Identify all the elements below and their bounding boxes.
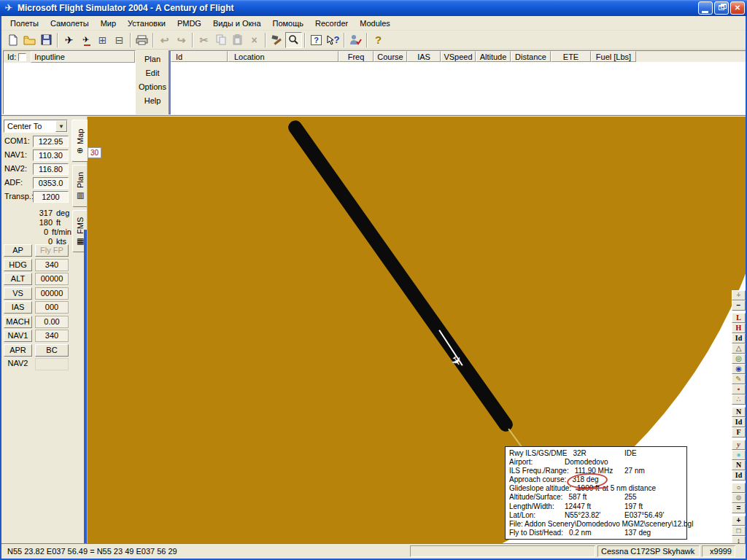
autopilot-value[interactable]: 340 <box>35 330 69 342</box>
table-column-header[interactable]: IAS <box>407 51 441 62</box>
table-column-header[interactable]: Distance <box>511 51 551 62</box>
view-tab[interactable]: ▤Plan <box>72 165 87 207</box>
airport-label-n-icon[interactable]: N <box>732 460 746 470</box>
autopilot-value[interactable]: 0.00 <box>35 316 69 328</box>
airway-id-icon[interactable]: Id <box>732 333 746 343</box>
table-column-header[interactable]: Course <box>374 51 407 62</box>
minimize-button[interactable] <box>698 1 713 15</box>
aircraft-center-icon[interactable]: + <box>732 516 746 526</box>
airplane-marker-button[interactable]: ✈ <box>77 32 94 48</box>
intersection-icon[interactable]: △ <box>732 343 746 354</box>
radio-frequency-field[interactable]: 1200 <box>33 191 69 203</box>
autopilot-value[interactable]: 340 <box>35 259 69 271</box>
map-canvas[interactable]: ✈ 30 Rwy ILS/GS/DME 32R IDE Airport: Dom… <box>88 117 746 543</box>
selection-rect-icon[interactable]: □ <box>732 526 746 536</box>
parallel-lines-icon[interactable]: = <box>732 503 746 513</box>
save-button[interactable] <box>38 32 55 48</box>
autopilot-value[interactable]: 00000 <box>35 273 69 285</box>
menu-item[interactable]: PMDG <box>171 18 207 29</box>
map-scrollbar[interactable] <box>84 230 87 543</box>
autopilot-value[interactable] <box>35 358 69 370</box>
table-column-header[interactable]: Fuel [Lbs] <box>591 51 636 62</box>
menu-item[interactable]: Самолеты <box>44 18 95 29</box>
high-airways-icon[interactable]: H <box>732 323 746 333</box>
vor-label-n-icon[interactable]: N <box>732 407 746 417</box>
open-folder-icon <box>23 35 36 45</box>
autopilot-button[interactable]: HDG <box>4 259 32 271</box>
vor-label-f-icon[interactable]: F <box>732 427 746 438</box>
window-plus-button[interactable]: ⊞ <box>94 32 111 48</box>
status-empty-panel <box>410 545 595 557</box>
table-column-header[interactable]: Id <box>171 51 228 62</box>
zoom-in-icon[interactable]: + <box>732 290 746 300</box>
menu-item[interactable]: Мир <box>95 18 122 29</box>
menu-item[interactable]: Виды и Окна <box>207 18 267 29</box>
autopilot-button[interactable]: NAV1 <box>4 330 32 342</box>
new-file-button[interactable] <box>4 32 21 48</box>
table-column-header[interactable]: ETE <box>551 51 591 62</box>
vor-icon[interactable]: ◎ <box>732 354 746 364</box>
autopilot-button[interactable]: MACH <box>4 316 32 328</box>
annotation-icon[interactable]: ⊚ <box>732 493 746 503</box>
hammer-tool-button[interactable] <box>268 32 285 48</box>
autopilot-value[interactable]: BC <box>35 344 69 357</box>
about-button[interactable]: ? <box>370 32 387 48</box>
print-button[interactable] <box>133 32 150 48</box>
low-airways-icon[interactable]: L <box>732 313 746 323</box>
zoom-out-icon[interactable]: − <box>732 300 746 311</box>
planner-nav-button[interactable]: Options <box>137 80 168 94</box>
chevron-down-icon[interactable]: ▼ <box>55 120 67 132</box>
autopilot-button[interactable]: IAS <box>4 301 32 314</box>
radio-frequency-field[interactable]: 116.80 <box>33 163 69 175</box>
radio-frequency-field[interactable]: 110.30 <box>33 149 69 161</box>
autopilot-button[interactable]: AP <box>4 244 32 257</box>
table-column-header[interactable]: Altitude <box>476 51 511 62</box>
window-minus-button[interactable]: ⊟ <box>111 32 128 48</box>
airport-dot-icon[interactable]: ● <box>732 450 746 460</box>
waypoint-dot-icon[interactable]: ▪ <box>732 384 746 394</box>
autopilot-button[interactable]: ALT <box>4 273 32 285</box>
autopilot-button[interactable]: NAV2 <box>4 358 32 370</box>
autopilot-button[interactable]: VS <box>4 287 32 300</box>
menu-item[interactable]: Полеты <box>4 18 44 29</box>
ndb-icon[interactable]: ◉ <box>732 364 746 374</box>
context-help-button[interactable]: ? <box>325 32 341 48</box>
close-button[interactable]: ✕ <box>730 1 745 15</box>
map-mode-select[interactable]: Center To ▼ <box>4 120 68 133</box>
user-check-button[interactable] <box>347 32 364 48</box>
table-column-header[interactable]: Location <box>228 51 338 62</box>
menu-item[interactable]: Помощь <box>267 18 310 29</box>
autopilot-row: ALT 00000 <box>1 273 71 285</box>
table-column-header[interactable]: VSpeed <box>441 51 476 62</box>
pencil-icon[interactable]: ✎ <box>732 374 746 384</box>
airspace-circle-icon[interactable]: ○ <box>732 483 746 493</box>
planner-nav-button[interactable]: Edit <box>137 66 168 80</box>
vertical-range-icon[interactable]: ↕ <box>732 536 746 543</box>
table-column-header[interactable]: Freq <box>338 51 374 62</box>
autopilot-value[interactable]: Fly FP <box>35 244 69 257</box>
restore-button[interactable] <box>714 1 729 15</box>
airplane-button[interactable]: ✈ <box>61 32 77 48</box>
open-file-button[interactable] <box>21 32 38 48</box>
zoom-tool-button[interactable] <box>285 32 302 48</box>
cut-button: ✂ <box>196 32 212 48</box>
planner-nav-button[interactable]: Help <box>137 94 168 108</box>
menu-item[interactable]: Recorder <box>309 18 354 29</box>
view-tab[interactable]: ⊕Map <box>71 120 88 162</box>
autopilot-value[interactable]: 000 <box>35 301 69 314</box>
autopilot-button[interactable]: APR <box>4 344 32 357</box>
planner-nav-button[interactable]: Plan <box>137 52 168 66</box>
airspace-dots-icon[interactable]: ∴ <box>732 394 746 405</box>
info-value-2: at 5 nm distance <box>603 484 656 493</box>
inputline-header[interactable]: Inputline <box>31 51 135 63</box>
airport-label-id-icon[interactable]: Id <box>732 470 746 481</box>
radio-frequency-field[interactable]: 122.95 <box>33 136 69 147</box>
id-checkbox[interactable] <box>18 53 26 61</box>
ils-feather-icon[interactable]: y <box>732 440 746 450</box>
radio-frequency-field[interactable]: 0353.0 <box>33 177 69 189</box>
menu-item[interactable]: Modules <box>354 18 396 29</box>
menu-item[interactable]: Установки <box>122 18 171 29</box>
help-topics-button[interactable]: ? <box>308 32 325 48</box>
autopilot-value[interactable]: 00000 <box>35 287 69 300</box>
vor-label-id-icon[interactable]: Id <box>732 417 746 427</box>
